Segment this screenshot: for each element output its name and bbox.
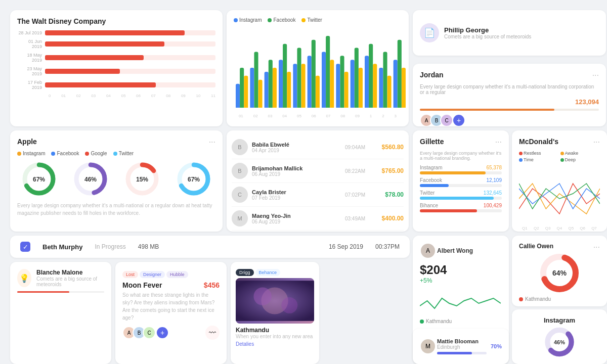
tx-amount: $765.00: [373, 167, 404, 174]
tx-name: Maeng Yeo-Jin: [252, 213, 341, 219]
gillette-track: [420, 171, 502, 174]
gillette-fill: [420, 197, 494, 200]
moon-card: LostDesignerHubble Moon Fever $456 So wh…: [115, 262, 227, 364]
callie-menu[interactable]: ···: [593, 243, 600, 252]
blanche-icon: 💡: [17, 269, 31, 287]
svg-text:46%: 46%: [84, 176, 97, 183]
donut-svg: 46%: [73, 161, 108, 197]
mc-legend-item: Time: [519, 157, 559, 162]
jordan-value: 123,094: [420, 98, 599, 106]
jordan-fill: [420, 109, 554, 111]
mattie-pct: 70%: [491, 343, 502, 349]
disney-bar-row: 23 May 2019: [17, 66, 215, 76]
beth-name: Beth Murphy: [42, 243, 82, 251]
albert-legend: Kathmandu: [420, 318, 502, 324]
bar-chart-card: InstagramFacebookTwitter 010203040506070…: [227, 10, 409, 126]
jordan-desc: Every large design company whether it's …: [420, 84, 599, 95]
tx-date: 07 Feb 2019: [252, 195, 341, 201]
tx-amount: $560.80: [373, 144, 404, 151]
mattie-track: [437, 352, 487, 354]
tx-time: 03:49AM: [345, 216, 365, 221]
moon-activity[interactable]: 〰: [205, 326, 220, 340]
kathmandu-title: Kathmandu: [236, 327, 314, 334]
kathmandu-card: DriggBehance Kathmandu When you enter in…: [231, 262, 319, 364]
albert-legend-label: Kathmandu: [426, 318, 452, 324]
gillette-track: [420, 197, 502, 200]
phillip-name: Phillip George: [444, 26, 531, 34]
svg-point-15: [281, 297, 297, 313]
mc-legend-item: Deep: [560, 157, 600, 162]
albert-legend-dot: [420, 320, 424, 324]
tx-amount: $78.00: [373, 191, 404, 198]
albert-avatar: A: [420, 243, 436, 259]
tx-date: 04 Apr 2019: [252, 148, 341, 153]
svg-point-14: [253, 287, 271, 305]
beth-status: In Progress: [95, 243, 125, 250]
phillip-info: Phillip George Comets are a big source o…: [444, 26, 531, 39]
gillette-desc: Every large design company whether it's …: [420, 151, 502, 161]
mcdonalds-menu[interactable]: ···: [593, 138, 600, 147]
transactions-card: B Babila Ebwelé 04 Apr 2019 09:04AM $560…: [227, 130, 409, 232]
kathmandu-img: [236, 278, 314, 324]
jordan-title: Jordan: [420, 71, 599, 79]
moon-desc: So what are these strange lights in the …: [122, 291, 220, 322]
tx-avatar: M: [232, 210, 248, 226]
table-row: C Cayla Brister 07 Feb 2019 07:02PM $78.…: [232, 183, 404, 207]
svg-text:67%: 67%: [188, 176, 200, 183]
apple-legend-item: Twitter: [113, 151, 134, 156]
transaction-list: B Babila Ebwelé 04 Apr 2019 09:04AM $560…: [232, 135, 404, 231]
gillette-fill: [420, 171, 486, 174]
phillip-avatar: 📄: [420, 23, 439, 42]
instagram-donut: 46%: [539, 327, 580, 357]
gillette-title: Gillette: [420, 138, 502, 146]
apple-desc: Every large design company whether it's …: [17, 202, 215, 217]
kathmandu-tag: Behance: [255, 269, 281, 276]
beth-checkbox[interactable]: ✓: [20, 242, 30, 252]
mc-legend-item: Awake: [560, 151, 600, 156]
tx-details: Brijamohan Mallick 06 Aug 2019: [252, 165, 341, 177]
gillette-menu[interactable]: ···: [495, 138, 502, 147]
legend-item: Facebook: [268, 17, 295, 23]
avatar-add[interactable]: +: [452, 114, 465, 126]
mattie-info: Mattie Blooman Edinburgh: [437, 338, 487, 354]
gillette-bar-row: Facebook12,109: [420, 177, 502, 187]
svg-text:15%: 15%: [136, 176, 148, 183]
kathmandu-link[interactable]: Detalies: [236, 341, 314, 347]
callie-card: ··· Callie Owen 64% Kathmandu: [512, 236, 607, 306]
albert-name: Albert Wong: [437, 247, 473, 254]
disney-xaxis: 00102030405060708091011: [17, 94, 215, 98]
gillette-bar-row: Bihance100,429: [420, 203, 502, 212]
mcdonalds-title: McDonald's: [519, 138, 600, 146]
callie-donut: 64%: [519, 253, 600, 293]
callie-legend-dot: [519, 297, 523, 301]
gillette-card: ··· Gillette Every large design company …: [413, 130, 509, 232]
jordan-menu[interactable]: ···: [592, 71, 599, 80]
tx-date: 06 Aug 2019: [252, 219, 341, 224]
legend-item: Twitter: [301, 17, 322, 23]
moon-avatar-add[interactable]: +: [156, 326, 169, 339]
gillette-bar-label: Facebook12,109: [420, 177, 502, 183]
blanche-header: 💡 Blanche Malone Comets are a big source…: [17, 269, 104, 287]
bar-chart-legend: InstagramFacebookTwitter: [234, 17, 402, 23]
table-row: M Maeng Yeo-Jin 06 Aug 2019 03:49AM $400…: [232, 207, 404, 231]
tx-details: Maeng Yeo-Jin 06 Aug 2019: [252, 213, 341, 224]
beth-size: 498 MB: [138, 243, 159, 250]
kathmandu-sub: When you enter into any new area: [236, 334, 314, 339]
tx-details: Babila Ebwelé 04 Apr 2019: [252, 142, 341, 153]
gillette-bars: Instagram65,378 Facebook12,109 Twitter13…: [420, 165, 502, 212]
apple-menu[interactable]: ···: [209, 138, 215, 147]
tx-name: Brijamohan Mallick: [252, 165, 341, 171]
gillette-fill: [420, 184, 449, 187]
apple-donuts: 67% 46% 15%: [17, 161, 215, 197]
gillette-track: [420, 209, 502, 212]
apple-legend-item: Instagram: [17, 151, 45, 156]
mc-xaxis: Q1Q2Q3Q4Q5Q6Q7: [519, 226, 600, 231]
disney-bar-row: 01 Jun 2019: [17, 39, 215, 49]
instagram-card: Instagram 46%: [512, 309, 607, 364]
apple-legend-item: Facebook: [51, 151, 79, 156]
donut-svg: 67%: [21, 161, 57, 197]
gillette-bar-label: Bihance100,429: [420, 203, 502, 208]
gillette-track: [420, 184, 502, 187]
gillette-bar-row: Twitter132,645: [420, 190, 502, 200]
mattie-location: Edinburgh: [437, 344, 487, 350]
